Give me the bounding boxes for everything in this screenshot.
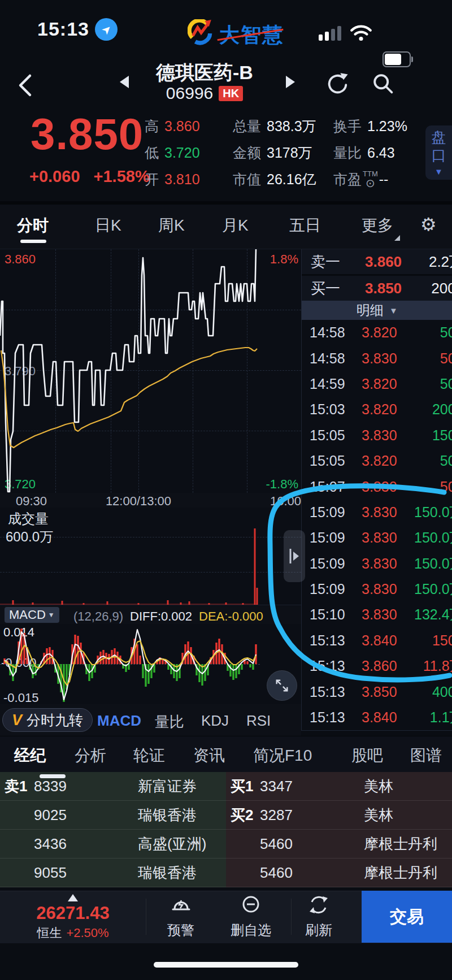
alert-button[interactable]: 预警 — [167, 894, 194, 939]
gear-icon[interactable]: ⚙ — [420, 214, 437, 235]
tab-five-day[interactable]: 五日 — [289, 215, 321, 236]
price-change-pct: +1.58% — [94, 167, 150, 186]
bid-row[interactable]: 买一 3.850 2000 — [302, 276, 452, 301]
macd-axis-zero: -0.000 — [1, 656, 36, 670]
trade-row[interactable]: 15:053.8301500 — [302, 423, 452, 448]
active-tab-underline — [20, 240, 46, 243]
status-time: 15:13 — [37, 18, 89, 40]
handle-play-icon — [288, 544, 301, 568]
app-screen: 15:13 ➤ 大智慧 德琪医药-B 06996 HK 3.850 — [0, 0, 452, 980]
signal-bars-icon — [319, 24, 344, 41]
indicator-tab-kdj[interactable]: KDJ — [201, 712, 229, 730]
more-corner-icon — [394, 235, 400, 241]
search-icon[interactable] — [371, 71, 395, 96]
trade-row[interactable]: 15:133.8401.1万 — [302, 705, 452, 730]
macd-diff-value: DIFF:0.002 — [130, 609, 192, 624]
next-stock-icon[interactable] — [286, 76, 295, 88]
broker-row[interactable]: 9025瑞银香港 买23287美林 — [0, 801, 452, 830]
panel-drag-handle[interactable] — [284, 530, 305, 582]
trade-row[interactable]: 15:093.830150.0万 — [302, 551, 452, 576]
indicator-tab-macd[interactable]: MACD — [97, 712, 141, 730]
tab-weekly-k[interactable]: 周K — [158, 215, 185, 236]
trade-row[interactable]: 15:133.8504000 — [302, 679, 452, 704]
quote-col-hlo: 高3.860 低3.720 开3.810 — [145, 113, 200, 193]
dzh-logo-icon — [188, 19, 214, 45]
section-tab-warrants[interactable]: 轮证 — [133, 745, 165, 766]
trade-row[interactable]: 15:093.830150.0万 — [302, 576, 452, 602]
pankou-arrow-icon: ▼ — [434, 167, 443, 177]
axis-pct-high: 1.8% — [257, 252, 298, 267]
volume-title: 成交量 — [8, 510, 49, 528]
section-tab-broker[interactable]: 经纪 — [14, 745, 46, 766]
trade-row[interactable]: 14:583.830500 — [302, 345, 452, 371]
axis-price-high: 3.860 — [5, 252, 36, 267]
section-tab-tupu[interactable]: 图谱 — [410, 745, 442, 766]
trade-row[interactable]: 15:093.830150.0万 — [302, 525, 452, 550]
volume-scale-label: 600.0万 — [6, 528, 53, 546]
section-tab-guba[interactable]: 股吧 — [351, 745, 383, 766]
macd-axis-min: -0.015 — [3, 691, 38, 705]
detail-arrow-icon: ▼ — [389, 306, 398, 315]
trade-button[interactable]: 交易 — [362, 891, 452, 943]
pankou-tab[interactable]: 盘口 ▼ — [425, 125, 452, 180]
quote-col-volume: 总量838.3万 金额3178万 市值26.16亿 — [233, 113, 316, 193]
broker-queue-table: 卖18339新富证券 买13347美林 9025瑞银香港 买23287美林 34… — [0, 772, 452, 887]
price-change-line: +0.060 +1.58% — [29, 167, 150, 186]
refresh-circular-icon — [307, 894, 330, 917]
market-badge: HK — [219, 86, 243, 101]
trade-row[interactable]: 15:133.86011.8万 — [302, 653, 452, 679]
tab-more[interactable]: 更多 — [362, 215, 393, 236]
macd-selector-chip[interactable]: MACD▼ — [5, 607, 59, 623]
price-change: +0.060 — [29, 167, 80, 186]
broker-row[interactable]: 3436高盛(亚洲) 5460摩根士丹利 — [0, 830, 452, 858]
trade-row[interactable]: 15:103.830132.4万 — [302, 602, 452, 627]
index-up-triangle-icon — [68, 894, 78, 901]
expand-chart-button[interactable] — [267, 670, 297, 701]
trade-row[interactable]: 15:053.820500 — [302, 448, 452, 474]
trade-row[interactable]: 15:093.830150.0万 — [302, 500, 452, 525]
trade-row[interactable]: 15:073.830500 — [302, 474, 452, 499]
trade-row[interactable]: 15:033.8202000 — [302, 397, 452, 422]
trade-row[interactable]: 14:593.820500 — [302, 371, 452, 397]
pe-face-icon: ⊙ — [366, 177, 375, 189]
broker-row[interactable]: 9055瑞银香港 5460摩根士丹利 — [0, 858, 452, 887]
last-price: 3.850 — [31, 109, 144, 160]
tab-daily-k[interactable]: 日K — [95, 215, 121, 236]
indicator-pill-jiuzhuan[interactable]: V分时九转 — [2, 708, 93, 732]
macd-axis-max: 0.014 — [3, 625, 34, 640]
macd-params: (12,26,9) — [73, 609, 123, 624]
indicator-tab-liangbi[interactable]: 量比 — [155, 712, 184, 732]
trade-row[interactable]: 15:133.8401500 — [302, 628, 452, 653]
circle-minus-icon — [240, 894, 262, 917]
table-scroll-thumb[interactable] — [40, 774, 66, 778]
home-indicator[interactable] — [154, 962, 298, 968]
intraday-chart-pane[interactable] — [0, 249, 301, 493]
alarm-icon — [169, 894, 192, 917]
hang-seng-index[interactable]: 26271.43 恒生+2.50% — [0, 903, 146, 942]
refresh-icon[interactable] — [325, 71, 350, 96]
trade-list: 14:583.820500 14:583.830500 14:593.82050… — [302, 320, 452, 730]
chip-arrow-icon: ▼ — [48, 611, 55, 619]
detail-dropdown[interactable]: 明细 ▼ — [302, 301, 452, 320]
order-book-panel: 卖一 3.860 2.2万 买一 3.850 2000 明细 ▼ 14:583.… — [301, 249, 452, 731]
section-tab-analysis[interactable]: 分析 — [75, 745, 106, 766]
pe-ttm-row: 市盈 TTM⊙ -- — [333, 170, 407, 189]
section-tab-f10[interactable]: 简况F10 — [253, 745, 312, 766]
remove-watchlist-button[interactable]: 删自选 — [231, 894, 271, 939]
time-tick-close: 16:00 — [270, 494, 301, 509]
quote-col-ratio: 换手1.23% 量比6.43 市盈 TTM⊙ -- — [333, 113, 407, 193]
tab-monthly-k[interactable]: 月K — [222, 215, 249, 236]
axis-pct-low: -1.8% — [251, 477, 298, 492]
axis-price-low: 3.720 — [5, 477, 36, 492]
macd-dea-value: DEA:-0.000 — [199, 609, 263, 624]
section-tab-news[interactable]: 资讯 — [193, 745, 225, 766]
location-icon: ➤ — [95, 18, 118, 41]
indicator-tab-rsi[interactable]: RSI — [246, 712, 271, 730]
wifi-icon — [349, 24, 373, 42]
refresh-quote-button[interactable]: 刷新 — [305, 894, 332, 939]
broker-row[interactable]: 卖18339新富证券 买13347美林 — [0, 772, 452, 801]
trade-row[interactable]: 14:583.820500 — [302, 320, 452, 345]
time-tick-open: 09:30 — [16, 494, 47, 509]
tab-fenshi[interactable]: 分时 — [17, 215, 49, 236]
ask-row[interactable]: 卖一 3.860 2.2万 — [302, 249, 452, 274]
